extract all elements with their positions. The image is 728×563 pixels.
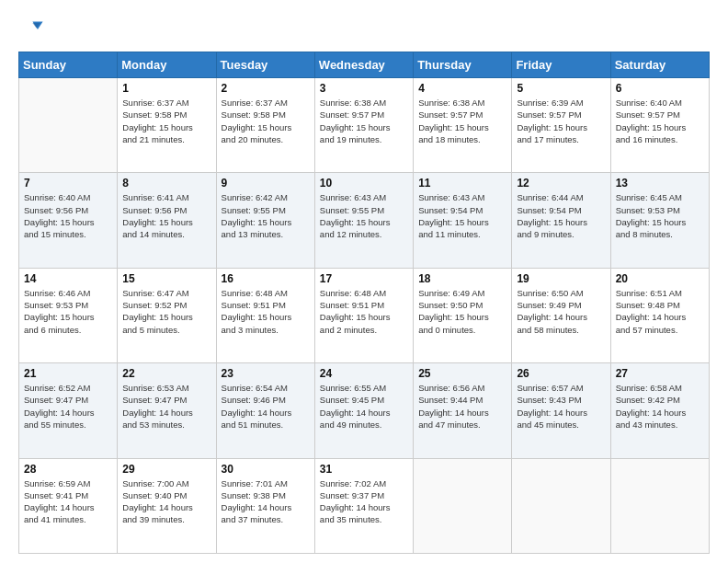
calendar-cell: 3Sunrise: 6:38 AM Sunset: 9:57 PM Daylig… (314, 78, 413, 173)
day-number: 14 (24, 272, 112, 285)
day-info: Sunrise: 7:01 AM Sunset: 9:38 PM Dayligh… (222, 477, 310, 526)
weekday-friday: Friday (512, 52, 610, 78)
calendar-cell: 9Sunrise: 6:42 AM Sunset: 9:55 PM Daylig… (216, 173, 314, 268)
day-number: 21 (24, 367, 112, 380)
day-info: Sunrise: 6:48 AM Sunset: 9:51 PM Dayligh… (320, 287, 408, 336)
calendar-cell: 12Sunrise: 6:44 AM Sunset: 9:54 PM Dayli… (512, 173, 610, 268)
calendar-cell: 26Sunrise: 6:57 AM Sunset: 9:43 PM Dayli… (512, 363, 610, 458)
day-info: Sunrise: 6:48 AM Sunset: 9:51 PM Dayligh… (222, 287, 310, 336)
day-info: Sunrise: 6:39 AM Sunset: 9:57 PM Dayligh… (517, 97, 605, 145)
calendar-cell (610, 458, 709, 553)
day-info: Sunrise: 6:57 AM Sunset: 9:43 PM Dayligh… (517, 382, 605, 431)
calendar-cell: 21Sunrise: 6:52 AM Sunset: 9:47 PM Dayli… (19, 363, 118, 458)
day-number: 5 (517, 82, 605, 95)
calendar-cell: 24Sunrise: 6:55 AM Sunset: 9:45 PM Dayli… (314, 363, 413, 458)
day-info: Sunrise: 6:51 AM Sunset: 9:48 PM Dayligh… (616, 287, 704, 336)
calendar-cell: 14Sunrise: 6:46 AM Sunset: 9:53 PM Dayli… (19, 268, 118, 362)
day-number: 18 (418, 272, 506, 285)
day-number: 13 (616, 177, 704, 190)
calendar-cell: 16Sunrise: 6:48 AM Sunset: 9:51 PM Dayli… (216, 268, 314, 362)
weekday-header-row: SundayMondayTuesdayWednesdayThursdayFrid… (19, 52, 710, 78)
week-row-5: 28Sunrise: 6:59 AM Sunset: 9:41 PM Dayli… (19, 458, 710, 553)
day-info: Sunrise: 6:49 AM Sunset: 9:50 PM Dayligh… (418, 287, 506, 336)
calendar-cell: 28Sunrise: 6:59 AM Sunset: 9:41 PM Dayli… (19, 458, 118, 553)
day-number: 2 (222, 82, 310, 95)
day-number: 24 (320, 367, 408, 380)
page: SundayMondayTuesdayWednesdayThursdayFrid… (0, 0, 728, 563)
calendar-cell: 11Sunrise: 6:43 AM Sunset: 9:54 PM Dayli… (414, 173, 512, 268)
calendar-cell: 20Sunrise: 6:51 AM Sunset: 9:48 PM Dayli… (610, 268, 709, 362)
calendar-cell: 4Sunrise: 6:38 AM Sunset: 9:57 PM Daylig… (414, 78, 512, 173)
day-info: Sunrise: 6:45 AM Sunset: 9:53 PM Dayligh… (616, 191, 704, 240)
calendar-cell: 22Sunrise: 6:53 AM Sunset: 9:47 PM Dayli… (118, 363, 216, 458)
week-row-3: 14Sunrise: 6:46 AM Sunset: 9:53 PM Dayli… (19, 268, 710, 362)
calendar-cell (414, 458, 512, 553)
day-number: 4 (418, 82, 506, 95)
week-row-2: 7Sunrise: 6:40 AM Sunset: 9:56 PM Daylig… (19, 173, 710, 268)
day-info: Sunrise: 6:53 AM Sunset: 9:47 PM Dayligh… (122, 382, 210, 431)
day-info: Sunrise: 6:41 AM Sunset: 9:56 PM Dayligh… (122, 191, 210, 240)
day-number: 9 (222, 177, 310, 190)
day-number: 8 (122, 177, 210, 190)
day-info: Sunrise: 7:02 AM Sunset: 9:37 PM Dayligh… (320, 477, 408, 526)
calendar-cell: 5Sunrise: 6:39 AM Sunset: 9:57 PM Daylig… (512, 78, 610, 173)
day-number: 23 (222, 367, 310, 380)
day-info: Sunrise: 6:37 AM Sunset: 9:58 PM Dayligh… (122, 97, 210, 145)
weekday-wednesday: Wednesday (314, 52, 413, 78)
day-info: Sunrise: 6:42 AM Sunset: 9:55 PM Dayligh… (222, 191, 310, 240)
day-number: 19 (517, 272, 605, 285)
calendar-cell: 2Sunrise: 6:37 AM Sunset: 9:58 PM Daylig… (216, 78, 314, 173)
day-number: 27 (616, 367, 704, 380)
day-info: Sunrise: 6:38 AM Sunset: 9:57 PM Dayligh… (320, 97, 408, 145)
calendar-cell: 30Sunrise: 7:01 AM Sunset: 9:38 PM Dayli… (216, 458, 314, 553)
weekday-saturday: Saturday (610, 52, 709, 78)
calendar-cell: 27Sunrise: 6:58 AM Sunset: 9:42 PM Dayli… (610, 363, 709, 458)
day-info: Sunrise: 6:50 AM Sunset: 9:49 PM Dayligh… (517, 287, 605, 336)
day-info: Sunrise: 6:55 AM Sunset: 9:45 PM Dayligh… (320, 382, 408, 431)
day-number: 7 (24, 177, 112, 190)
calendar-cell: 6Sunrise: 6:40 AM Sunset: 9:57 PM Daylig… (610, 78, 709, 173)
day-number: 6 (616, 82, 704, 95)
calendar-cell: 1Sunrise: 6:37 AM Sunset: 9:58 PM Daylig… (118, 78, 216, 173)
calendar-cell (19, 78, 118, 173)
day-info: Sunrise: 6:37 AM Sunset: 9:58 PM Dayligh… (222, 97, 310, 145)
day-number: 15 (122, 272, 210, 285)
day-info: Sunrise: 6:38 AM Sunset: 9:57 PM Dayligh… (418, 97, 506, 145)
weekday-tuesday: Tuesday (216, 52, 314, 78)
calendar-cell: 10Sunrise: 6:43 AM Sunset: 9:55 PM Dayli… (314, 173, 413, 268)
day-number: 28 (24, 463, 112, 476)
day-number: 16 (222, 272, 310, 285)
calendar-cell: 18Sunrise: 6:49 AM Sunset: 9:50 PM Dayli… (414, 268, 512, 362)
calendar-cell: 19Sunrise: 6:50 AM Sunset: 9:49 PM Dayli… (512, 268, 610, 362)
day-info: Sunrise: 6:43 AM Sunset: 9:54 PM Dayligh… (418, 191, 506, 240)
calendar-cell: 15Sunrise: 6:47 AM Sunset: 9:52 PM Dayli… (118, 268, 216, 362)
week-row-1: 1Sunrise: 6:37 AM Sunset: 9:58 PM Daylig… (19, 78, 710, 173)
day-info: Sunrise: 6:44 AM Sunset: 9:54 PM Dayligh… (517, 191, 605, 240)
day-number: 12 (517, 177, 605, 190)
day-info: Sunrise: 6:52 AM Sunset: 9:47 PM Dayligh… (24, 382, 112, 431)
calendar-cell: 8Sunrise: 6:41 AM Sunset: 9:56 PM Daylig… (118, 173, 216, 268)
day-number: 31 (320, 463, 408, 476)
calendar-table: SundayMondayTuesdayWednesdayThursdayFrid… (18, 52, 710, 554)
day-number: 3 (320, 82, 408, 95)
day-info: Sunrise: 6:58 AM Sunset: 9:42 PM Dayligh… (616, 382, 704, 431)
calendar-cell: 23Sunrise: 6:54 AM Sunset: 9:46 PM Dayli… (216, 363, 314, 458)
day-number: 10 (320, 177, 408, 190)
day-info: Sunrise: 6:40 AM Sunset: 9:56 PM Dayligh… (24, 191, 112, 240)
calendar-cell: 7Sunrise: 6:40 AM Sunset: 9:56 PM Daylig… (19, 173, 118, 268)
calendar-cell: 25Sunrise: 6:56 AM Sunset: 9:44 PM Dayli… (414, 363, 512, 458)
weekday-thursday: Thursday (414, 52, 512, 78)
calendar-cell: 29Sunrise: 7:00 AM Sunset: 9:40 PM Dayli… (118, 458, 216, 553)
calendar-cell: 31Sunrise: 7:02 AM Sunset: 9:37 PM Dayli… (314, 458, 413, 553)
calendar-cell: 13Sunrise: 6:45 AM Sunset: 9:53 PM Dayli… (610, 173, 709, 268)
day-number: 1 (122, 82, 210, 95)
day-info: Sunrise: 6:46 AM Sunset: 9:53 PM Dayligh… (24, 287, 112, 336)
day-info: Sunrise: 6:47 AM Sunset: 9:52 PM Dayligh… (122, 287, 210, 336)
weekday-sunday: Sunday (19, 52, 118, 78)
weekday-monday: Monday (118, 52, 216, 78)
day-info: Sunrise: 6:54 AM Sunset: 9:46 PM Dayligh… (222, 382, 310, 431)
day-info: Sunrise: 6:59 AM Sunset: 9:41 PM Dayligh… (24, 477, 112, 526)
week-row-4: 21Sunrise: 6:52 AM Sunset: 9:47 PM Dayli… (19, 363, 710, 458)
day-number: 25 (418, 367, 506, 380)
logo-icon (18, 17, 44, 42)
